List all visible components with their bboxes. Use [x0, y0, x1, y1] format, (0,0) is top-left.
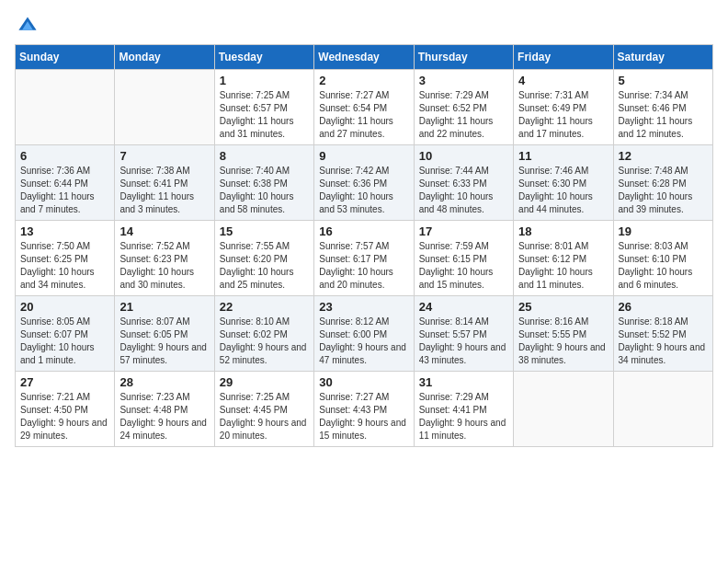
calendar-cell: 17Sunrise: 7:59 AM Sunset: 6:15 PM Dayli… — [414, 221, 513, 296]
calendar-cell — [613, 372, 712, 447]
day-info: Sunrise: 8:18 AM Sunset: 5:52 PM Dayligh… — [619, 316, 708, 367]
calendar-cell: 4Sunrise: 7:31 AM Sunset: 6:49 PM Daylig… — [514, 70, 613, 145]
day-info: Sunrise: 7:21 AM Sunset: 4:50 PM Dayligh… — [20, 391, 109, 442]
day-number: 15 — [220, 224, 309, 238]
weekday-header: Thursday — [414, 45, 513, 70]
day-info: Sunrise: 7:40 AM Sunset: 6:38 PM Dayligh… — [220, 165, 309, 216]
day-number: 13 — [20, 224, 109, 238]
day-number: 17 — [419, 224, 508, 238]
calendar-cell: 23Sunrise: 8:12 AM Sunset: 6:00 PM Dayli… — [314, 296, 414, 372]
day-number: 14 — [119, 224, 209, 238]
calendar-cell: 26Sunrise: 8:18 AM Sunset: 5:52 PM Dayli… — [613, 296, 712, 372]
day-info: Sunrise: 7:25 AM Sunset: 6:57 PM Dayligh… — [220, 89, 309, 141]
logo-icon — [17, 15, 39, 37]
day-info: Sunrise: 7:38 AM Sunset: 6:41 PM Dayligh… — [119, 165, 209, 216]
calendar-cell: 24Sunrise: 8:14 AM Sunset: 5:57 PM Dayli… — [414, 296, 513, 372]
day-number: 9 — [319, 149, 408, 163]
calendar-cell: 13Sunrise: 7:50 AM Sunset: 6:25 PM Dayli… — [16, 221, 115, 296]
calendar-cell: 31Sunrise: 7:29 AM Sunset: 4:41 PM Dayli… — [414, 372, 513, 447]
day-number: 11 — [518, 149, 608, 163]
calendar-cell: 7Sunrise: 7:38 AM Sunset: 6:41 PM Daylig… — [115, 145, 214, 221]
day-info: Sunrise: 7:52 AM Sunset: 6:23 PM Dayligh… — [119, 240, 209, 292]
calendar-cell: 22Sunrise: 8:10 AM Sunset: 6:02 PM Dayli… — [214, 296, 313, 372]
calendar-cell: 29Sunrise: 7:25 AM Sunset: 4:45 PM Dayli… — [214, 372, 313, 447]
weekday-header: Wednesday — [314, 45, 414, 70]
day-number: 5 — [619, 74, 708, 87]
day-info: Sunrise: 7:29 AM Sunset: 6:52 PM Dayligh… — [419, 89, 508, 141]
weekday-header: Monday — [115, 45, 214, 70]
day-number: 21 — [119, 300, 209, 314]
day-number: 25 — [518, 300, 608, 314]
day-info: Sunrise: 7:31 AM Sunset: 6:49 PM Dayligh… — [518, 89, 608, 141]
calendar-cell: 2Sunrise: 7:27 AM Sunset: 6:54 PM Daylig… — [314, 70, 414, 145]
day-info: Sunrise: 7:29 AM Sunset: 4:41 PM Dayligh… — [419, 391, 508, 442]
calendar-cell: 11Sunrise: 7:46 AM Sunset: 6:30 PM Dayli… — [514, 145, 613, 221]
day-info: Sunrise: 7:23 AM Sunset: 4:48 PM Dayligh… — [119, 391, 209, 442]
day-info: Sunrise: 7:36 AM Sunset: 6:44 PM Dayligh… — [20, 165, 109, 216]
day-info: Sunrise: 8:01 AM Sunset: 6:12 PM Dayligh… — [518, 240, 608, 292]
day-info: Sunrise: 7:34 AM Sunset: 6:46 PM Dayligh… — [619, 89, 708, 141]
day-info: Sunrise: 7:27 AM Sunset: 6:54 PM Dayligh… — [319, 89, 408, 141]
calendar-cell: 6Sunrise: 7:36 AM Sunset: 6:44 PM Daylig… — [16, 145, 115, 221]
calendar-cell: 28Sunrise: 7:23 AM Sunset: 4:48 PM Dayli… — [115, 372, 214, 447]
day-info: Sunrise: 7:48 AM Sunset: 6:28 PM Dayligh… — [619, 165, 708, 216]
day-number: 8 — [220, 149, 309, 163]
day-info: Sunrise: 8:07 AM Sunset: 6:05 PM Dayligh… — [119, 316, 209, 367]
calendar-cell: 8Sunrise: 7:40 AM Sunset: 6:38 PM Daylig… — [214, 145, 313, 221]
calendar-cell: 9Sunrise: 7:42 AM Sunset: 6:36 PM Daylig… — [314, 145, 414, 221]
calendar-cell — [16, 70, 115, 145]
calendar-cell: 19Sunrise: 8:03 AM Sunset: 6:10 PM Dayli… — [613, 221, 712, 296]
calendar-cell: 16Sunrise: 7:57 AM Sunset: 6:17 PM Dayli… — [314, 221, 414, 296]
day-number: 30 — [319, 375, 408, 389]
day-number: 4 — [518, 74, 608, 87]
logo — [15, 15, 39, 37]
calendar-cell: 27Sunrise: 7:21 AM Sunset: 4:50 PM Dayli… — [16, 372, 115, 447]
day-number: 28 — [119, 375, 209, 389]
day-info: Sunrise: 7:25 AM Sunset: 4:45 PM Dayligh… — [220, 391, 309, 442]
day-number: 1 — [220, 74, 309, 87]
weekday-header: Saturday — [613, 45, 712, 70]
calendar-table: SundayMondayTuesdayWednesdayThursdayFrid… — [15, 44, 713, 447]
day-number: 20 — [20, 300, 109, 314]
weekday-header: Tuesday — [214, 45, 313, 70]
day-info: Sunrise: 8:10 AM Sunset: 6:02 PM Dayligh… — [220, 316, 309, 367]
day-number: 2 — [319, 74, 408, 87]
day-number: 19 — [619, 224, 708, 238]
calendar-cell — [115, 70, 214, 145]
calendar-cell: 1Sunrise: 7:25 AM Sunset: 6:57 PM Daylig… — [214, 70, 313, 145]
day-number: 26 — [619, 300, 708, 314]
calendar-cell: 10Sunrise: 7:44 AM Sunset: 6:33 PM Dayli… — [414, 145, 513, 221]
day-number: 22 — [220, 300, 309, 314]
day-info: Sunrise: 7:59 AM Sunset: 6:15 PM Dayligh… — [419, 240, 508, 292]
day-info: Sunrise: 8:05 AM Sunset: 6:07 PM Dayligh… — [20, 316, 109, 367]
calendar-cell: 14Sunrise: 7:52 AM Sunset: 6:23 PM Dayli… — [115, 221, 214, 296]
weekday-header: Sunday — [16, 45, 115, 70]
day-number: 24 — [419, 300, 508, 314]
day-number: 10 — [419, 149, 508, 163]
day-info: Sunrise: 7:27 AM Sunset: 4:43 PM Dayligh… — [319, 391, 408, 442]
calendar-cell — [514, 372, 613, 447]
calendar-cell: 25Sunrise: 8:16 AM Sunset: 5:55 PM Dayli… — [514, 296, 613, 372]
day-info: Sunrise: 7:46 AM Sunset: 6:30 PM Dayligh… — [518, 165, 608, 216]
day-info: Sunrise: 8:03 AM Sunset: 6:10 PM Dayligh… — [619, 240, 708, 292]
day-info: Sunrise: 8:12 AM Sunset: 6:00 PM Dayligh… — [319, 316, 408, 367]
day-number: 23 — [319, 300, 408, 314]
day-info: Sunrise: 7:42 AM Sunset: 6:36 PM Dayligh… — [319, 165, 408, 216]
day-info: Sunrise: 7:44 AM Sunset: 6:33 PM Dayligh… — [419, 165, 508, 216]
calendar-cell: 30Sunrise: 7:27 AM Sunset: 4:43 PM Dayli… — [314, 372, 414, 447]
calendar-cell: 20Sunrise: 8:05 AM Sunset: 6:07 PM Dayli… — [16, 296, 115, 372]
day-info: Sunrise: 7:50 AM Sunset: 6:25 PM Dayligh… — [20, 240, 109, 292]
day-number: 6 — [20, 149, 109, 163]
page-header — [15, 15, 713, 37]
day-info: Sunrise: 7:55 AM Sunset: 6:20 PM Dayligh… — [220, 240, 309, 292]
weekday-header: Friday — [514, 45, 613, 70]
calendar-cell: 18Sunrise: 8:01 AM Sunset: 6:12 PM Dayli… — [514, 221, 613, 296]
day-number: 29 — [220, 375, 309, 389]
calendar-cell: 3Sunrise: 7:29 AM Sunset: 6:52 PM Daylig… — [414, 70, 513, 145]
day-number: 12 — [619, 149, 708, 163]
calendar-cell: 21Sunrise: 8:07 AM Sunset: 6:05 PM Dayli… — [115, 296, 214, 372]
calendar-cell: 5Sunrise: 7:34 AM Sunset: 6:46 PM Daylig… — [613, 70, 712, 145]
calendar-cell: 15Sunrise: 7:55 AM Sunset: 6:20 PM Dayli… — [214, 221, 313, 296]
day-info: Sunrise: 7:57 AM Sunset: 6:17 PM Dayligh… — [319, 240, 408, 292]
day-number: 3 — [419, 74, 508, 87]
